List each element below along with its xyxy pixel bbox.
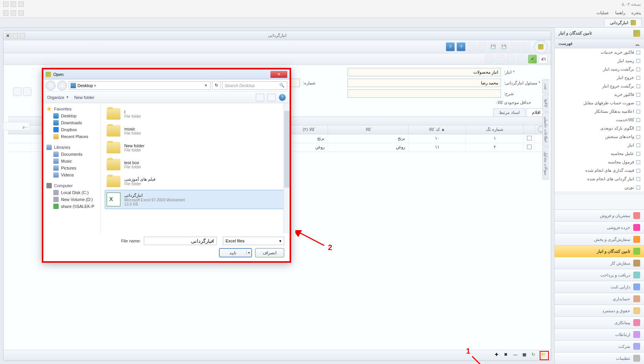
fehrest-item[interactable]: واحدهای سنجش bbox=[555, 133, 644, 141]
fehrest-item[interactable]: برگشت رسید انبار bbox=[555, 65, 644, 74]
add-icon[interactable]: ✚ bbox=[495, 352, 502, 359]
file-folder[interactable]: فیلم های آموزشیFile folder bbox=[105, 173, 286, 190]
tag-btn[interactable]: 🏷 bbox=[539, 54, 548, 64]
tool-btn[interactable] bbox=[478, 42, 487, 51]
action-btn[interactable] bbox=[485, 54, 494, 64]
menu-window[interactable]: پنجره bbox=[631, 10, 641, 15]
nav-7[interactable]: حسابداری bbox=[555, 293, 644, 305]
file-folder[interactable]: New folderFile folder bbox=[105, 139, 286, 156]
nav-5[interactable]: دریافت و پرداخت bbox=[555, 269, 644, 281]
col-kala[interactable]: کالا bbox=[328, 125, 408, 134]
fehrest-item[interactable]: اعلامیه بدهکار بستانکار bbox=[555, 107, 644, 116]
tool-btn[interactable] bbox=[510, 42, 519, 51]
nav-4[interactable]: سفارش کار bbox=[555, 257, 644, 269]
sidebar-videos[interactable]: Videos bbox=[46, 171, 97, 178]
nav-11[interactable]: شرکت bbox=[555, 340, 644, 352]
save-btn[interactable]: 💾 bbox=[489, 42, 498, 51]
search-box[interactable]: Search Desktop 🔍 bbox=[222, 81, 287, 90]
delete-icon[interactable]: ✖ bbox=[504, 352, 511, 359]
menu-help[interactable]: راهنما bbox=[615, 10, 625, 15]
breadcrumb-dropdown[interactable]: ▾ bbox=[203, 83, 209, 88]
vtab-info[interactable]: اطلاعات تکمیلی bbox=[542, 112, 549, 147]
fehrest-header[interactable]: فهرست ︽ bbox=[555, 39, 644, 48]
organize-btn[interactable]: Organize ▼ bbox=[47, 95, 69, 100]
sidebar-recent[interactable]: Recent Places bbox=[46, 133, 97, 140]
action-btn[interactable] bbox=[496, 54, 505, 64]
nav-2[interactable]: سفارش‌گیری و پخش bbox=[555, 233, 644, 245]
restore-btn[interactable] bbox=[11, 10, 16, 16]
fehrest-item[interactable]: الگوی بارکد دوبعدی bbox=[555, 124, 644, 133]
fehrest-item[interactable]: انبار bbox=[555, 141, 644, 150]
sys-btn[interactable] bbox=[11, 2, 16, 7]
breadcrumb[interactable]: Desktop ▸ ▾ bbox=[69, 81, 211, 90]
nav-3[interactable]: تامین کنندگان و انبار bbox=[555, 245, 644, 257]
tool-btn[interactable] bbox=[521, 42, 530, 51]
nav-6[interactable]: دارایی ثابت bbox=[555, 281, 644, 293]
libraries-header[interactable]: Libraries bbox=[46, 144, 97, 151]
input-sharh[interactable] bbox=[348, 89, 501, 98]
ok-button[interactable]: تایید bbox=[219, 248, 252, 257]
sidebar-downloads[interactable]: Downloads bbox=[46, 119, 97, 126]
fehrest-item[interactable]: توزین bbox=[555, 183, 644, 192]
forward-btn[interactable] bbox=[57, 81, 67, 91]
sidebar-drive-d[interactable]: New Volume (D:) bbox=[46, 196, 97, 203]
sidebar-pictures[interactable]: Pictures bbox=[46, 165, 97, 171]
cancel-button[interactable]: انصراف bbox=[255, 248, 284, 257]
dialog-close-btn[interactable]: ✕ bbox=[270, 71, 287, 78]
sys-btn[interactable] bbox=[3, 2, 8, 7]
nav-10[interactable]: ارتباطات bbox=[555, 328, 644, 340]
sys-btn[interactable] bbox=[18, 2, 24, 7]
preview-btn[interactable] bbox=[267, 94, 276, 101]
filter-dropdown[interactable]: Excel files▾ bbox=[223, 237, 284, 245]
file-folder[interactable]: test boxFile folder bbox=[105, 156, 286, 173]
input-masool[interactable] bbox=[348, 79, 501, 87]
file-folder[interactable]: IFile folder bbox=[105, 105, 286, 122]
fehrest-item[interactable]: کالا/خدمت bbox=[555, 116, 644, 124]
back-btn[interactable] bbox=[46, 81, 56, 91]
filename-input[interactable] bbox=[144, 237, 217, 245]
nav-0[interactable]: مشتریان و فروش bbox=[555, 209, 644, 221]
col-code[interactable]: ▲ کد کالا bbox=[408, 125, 466, 134]
nav-12[interactable]: تنظیمات bbox=[555, 352, 644, 364]
filter-btn[interactable] bbox=[13, 87, 21, 96]
sidebar-share[interactable]: share (\\SALEK-P bbox=[46, 203, 97, 210]
tab-asnad[interactable]: اسناد مرتبط bbox=[493, 108, 525, 117]
bar-icon[interactable]: — bbox=[513, 352, 520, 359]
sidebar-music[interactable]: Music bbox=[46, 158, 97, 165]
grid-icon[interactable]: ▦ bbox=[522, 352, 529, 359]
nav-8[interactable]: حقوق و دستمزد bbox=[555, 305, 644, 316]
import-excel-icon[interactable]: 📁 bbox=[541, 352, 548, 359]
sidebar-drive-c[interactable]: Local Disk (C:) bbox=[46, 189, 97, 196]
fehrest-item[interactable]: انبار گردانی های انجام شده bbox=[555, 175, 644, 183]
fehrest-item[interactable]: خروج انبار bbox=[555, 74, 644, 82]
file-folder[interactable]: musicFile folder bbox=[105, 122, 286, 139]
nav-1[interactable]: خرده فروشی bbox=[555, 221, 644, 233]
vtab-sabt[interactable]: ثبت bbox=[542, 79, 549, 94]
nav-9[interactable]: پیمانکاری bbox=[555, 316, 644, 328]
fehrest-item[interactable]: صورت حساب طرفهای مقابل bbox=[555, 99, 644, 107]
confirm-btn[interactable]: ✓ bbox=[528, 54, 537, 64]
vtab-faq[interactable]: سوالات متداول bbox=[542, 147, 549, 180]
fehrest-item[interactable]: عامل محاسبه bbox=[555, 150, 644, 158]
sidebar-documents[interactable]: Documents bbox=[46, 151, 97, 158]
fehrest-item[interactable]: برگشت خروج انبار bbox=[555, 82, 644, 91]
vtab-kalaha[interactable]: کالاها bbox=[542, 95, 549, 112]
inner-close[interactable]: ✕ bbox=[6, 33, 11, 38]
help-icon[interactable]: ? bbox=[279, 94, 286, 101]
newfolder-btn[interactable]: New folder bbox=[74, 95, 95, 100]
minimize-btn[interactable] bbox=[3, 10, 8, 16]
fehrest-item[interactable]: فاکتور خرید bbox=[555, 91, 644, 99]
inner-max[interactable] bbox=[13, 33, 18, 38]
col-kala2[interactable]: کالا (۲) bbox=[289, 125, 328, 134]
computer-header[interactable]: Computer bbox=[46, 182, 97, 189]
fehrest-item[interactable]: فاکتور خرید خدمات bbox=[555, 48, 644, 57]
sidebar-dropbox[interactable]: Dropbox bbox=[46, 126, 97, 133]
col-tag[interactable]: شماره تگ bbox=[466, 125, 523, 134]
input-anbar[interactable] bbox=[348, 68, 501, 76]
refresh-btn[interactable]: ↻ bbox=[212, 81, 221, 90]
refresh-icon[interactable]: ↻ bbox=[532, 352, 539, 359]
tool-btn[interactable] bbox=[467, 42, 476, 51]
saveas-btn[interactable]: 💾 bbox=[499, 42, 509, 51]
menu-ops[interactable]: عملیات bbox=[596, 10, 609, 15]
info-btn[interactable]: ? bbox=[456, 42, 466, 51]
